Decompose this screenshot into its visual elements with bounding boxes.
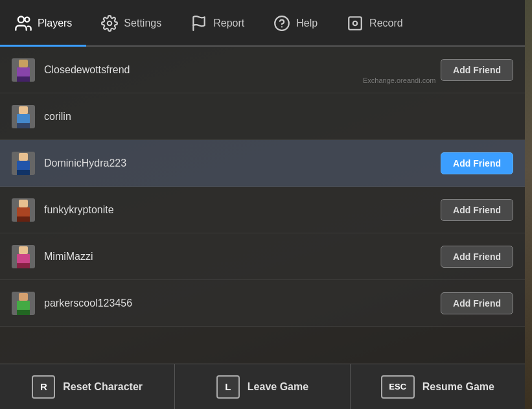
avatar-figure bbox=[14, 106, 32, 127]
nav-help-label: Help bbox=[296, 18, 318, 29]
svg-point-7 bbox=[353, 21, 358, 25]
avatar-figure bbox=[14, 293, 32, 314]
nav-report-label: Report bbox=[213, 18, 244, 29]
svg-point-1 bbox=[25, 17, 29, 21]
svg-point-2 bbox=[108, 21, 112, 25]
nav-bar: Players Settings Report bbox=[0, 0, 525, 47]
reset-character-label: Reset Character bbox=[63, 381, 143, 393]
avatar bbox=[12, 105, 35, 128]
record-icon bbox=[346, 14, 364, 32]
leave-game-label: Leave Game bbox=[248, 381, 308, 393]
avatar bbox=[12, 58, 35, 82]
nav-item-report[interactable]: Report bbox=[176, 1, 259, 47]
svg-point-0 bbox=[18, 16, 24, 22]
player-name: MimiMazzi bbox=[44, 251, 441, 263]
resume-game-button[interactable]: ESC Resume Game bbox=[351, 364, 525, 409]
nav-record-label: Record bbox=[369, 18, 403, 29]
nav-item-players[interactable]: Players bbox=[0, 1, 86, 47]
add-friend-button[interactable]: Add Friend bbox=[441, 199, 513, 221]
player-name: DominicHydra223 bbox=[44, 158, 441, 169]
action-bar: R Reset Character L Leave Game ESC Resum… bbox=[0, 364, 525, 409]
player-name: Closedewottsfrend bbox=[44, 64, 441, 76]
nav-item-help[interactable]: Help bbox=[259, 1, 332, 47]
reset-key-badge: R bbox=[32, 375, 55, 399]
avatar bbox=[12, 245, 35, 268]
add-friend-button[interactable]: Add Friend bbox=[441, 59, 513, 81]
reset-character-button[interactable]: R Reset Character bbox=[0, 364, 175, 409]
player-row[interactable]: DominicHydra223 Add Friend bbox=[0, 140, 525, 187]
settings-icon bbox=[100, 14, 119, 32]
nav-item-settings[interactable]: Settings bbox=[86, 1, 176, 47]
avatar-figure bbox=[14, 200, 32, 220]
nav-settings-label: Settings bbox=[124, 18, 161, 29]
avatar-figure bbox=[14, 60, 32, 80]
svg-rect-6 bbox=[349, 17, 362, 30]
leave-key-badge: L bbox=[216, 375, 240, 399]
players-icon bbox=[14, 14, 32, 32]
player-row[interactable]: MimiMazzi Add Friend bbox=[0, 233, 525, 280]
player-name: corilin bbox=[44, 111, 513, 123]
resume-game-label: Resume Game bbox=[422, 381, 494, 393]
avatar-figure bbox=[14, 246, 32, 267]
player-row[interactable]: corilin bbox=[0, 93, 525, 140]
player-row[interactable]: Closedewottsfrend Add Friend bbox=[0, 47, 525, 93]
report-icon bbox=[190, 14, 208, 32]
main-panel: Players Settings Report bbox=[0, 0, 525, 409]
player-name: funkykryptonite bbox=[44, 204, 441, 216]
leave-game-button[interactable]: L Leave Game bbox=[175, 364, 350, 409]
player-list: Closedewottsfrend Add Friend corilin bbox=[0, 47, 525, 364]
player-name: parkerscool123456 bbox=[44, 298, 441, 309]
nav-players-label: Players bbox=[38, 18, 72, 29]
add-friend-button[interactable]: Add Friend bbox=[441, 246, 513, 268]
avatar bbox=[12, 152, 35, 175]
help-icon bbox=[273, 14, 291, 32]
avatar bbox=[12, 292, 35, 315]
add-friend-button[interactable]: Add Friend bbox=[441, 292, 513, 314]
avatar bbox=[12, 198, 35, 222]
player-row[interactable]: funkykryptonite Add Friend bbox=[0, 187, 525, 233]
add-friend-button[interactable]: Add Friend bbox=[441, 152, 513, 174]
avatar-figure bbox=[14, 153, 32, 174]
player-row[interactable]: parkerscool123456 Add Friend bbox=[0, 280, 525, 327]
resume-key-badge: ESC bbox=[381, 375, 415, 399]
nav-item-record[interactable]: Record bbox=[332, 1, 417, 47]
